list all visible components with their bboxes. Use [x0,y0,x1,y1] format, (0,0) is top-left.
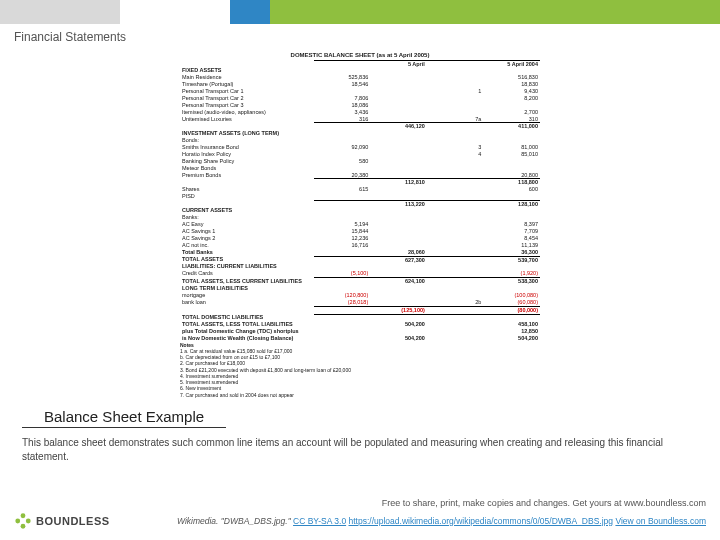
svg-point-1 [21,524,26,529]
license-link[interactable]: CC BY-SA 3.0 [293,516,346,526]
balance-sheet-table: 5 April5 April 2004FIXED ASSETSMain Resi… [180,60,540,342]
figure-caption-title: Balance Sheet Example [22,402,226,428]
attribution-text: Wikimedia. "DWBA_DBS.jpg." CC BY-SA 3.0 … [116,516,706,526]
accent-seg-grey [0,0,120,24]
attr-quote: "DWBA_DBS.jpg." [221,516,291,526]
balance-sheet-notes: Notes1 a. Car at residual value £15,080 … [180,342,540,398]
balance-sheet-title: DOMESTIC BALANCE SHEET (as at 5 April 20… [180,52,540,60]
accent-seg-white [120,0,230,24]
svg-point-0 [21,513,26,518]
balance-sheet-figure: DOMESTIC BALANCE SHEET (as at 5 April 20… [180,52,540,398]
brand-logo: BOUNDLESS [14,512,110,530]
accent-bar [0,0,720,24]
figure-caption-body: This balance sheet demonstrates such com… [0,428,720,464]
accent-seg-green [270,0,720,24]
source-link[interactable]: https://upload.wikimedia.org/wikipedia/c… [348,516,613,526]
brand-name: BOUNDLESS [36,515,110,527]
accent-seg-blue [230,0,270,24]
footer-share-text: Free to share, print, make copies and ch… [14,498,706,508]
svg-point-2 [15,519,20,524]
svg-point-3 [26,519,31,524]
section-title: Financial Statements [0,24,720,52]
view-link[interactable]: View on Boundless.com [615,516,706,526]
flower-icon [14,512,32,530]
footer: Free to share, print, make copies and ch… [0,490,720,540]
svg-point-4 [21,519,24,522]
attr-prefix: Wikimedia. [177,516,219,526]
